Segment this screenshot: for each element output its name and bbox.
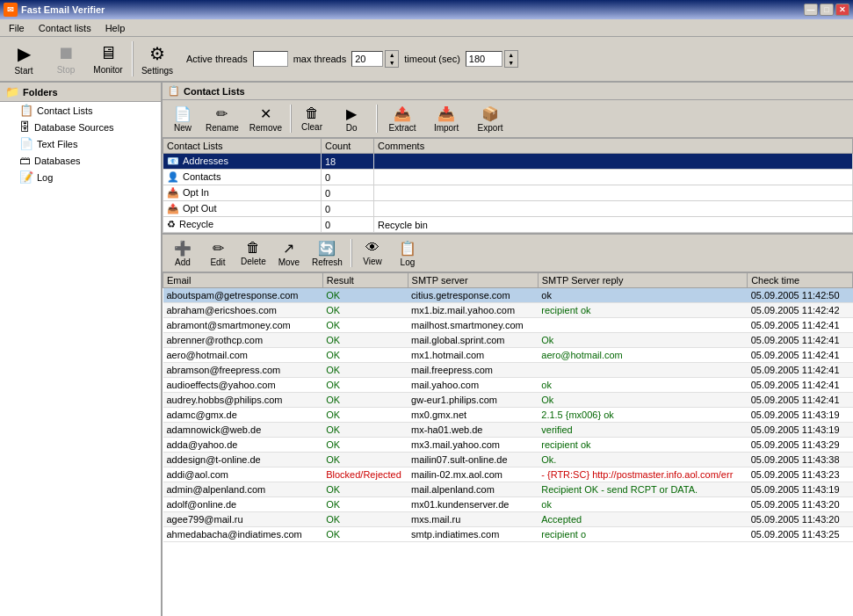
reply-cell: recipient ok: [538, 303, 747, 318]
time-cell: 05.09.2005 11:43:25: [748, 527, 853, 542]
contact-name-cell: 📤Opt Out: [163, 201, 322, 217]
stop-button[interactable]: ⏹ Stop: [46, 39, 86, 79]
contact-table-row[interactable]: ♻Recycle 0 Recycle bin: [163, 217, 853, 233]
folders-icon: 📁: [5, 85, 19, 98]
table-row[interactable]: abrenner@rothcp.com OK mail.global.sprin…: [163, 333, 853, 348]
reply-cell: Ok: [538, 393, 747, 408]
edit-button[interactable]: ✏ Edit: [201, 236, 235, 270]
smtp-cell: mail.freepress.com: [408, 363, 538, 378]
move-icon: ↗: [283, 240, 294, 257]
active-threads-input[interactable]: [253, 51, 288, 67]
max-threads-down[interactable]: ▼: [386, 59, 398, 67]
new-button[interactable]: 📄 New: [166, 102, 199, 135]
reply-cell: Recipient OK - send RCPT or DATA.: [538, 482, 747, 497]
email-cell: adolf@online.de: [163, 497, 323, 512]
title-bar: ✉ Fast Email Verifier — □ ✕: [0, 0, 853, 19]
table-row[interactable]: audrey.hobbs@philips.com OK gw-eur1.phil…: [163, 393, 853, 408]
menu-help[interactable]: Help: [98, 21, 133, 35]
delete-icon: 🗑: [246, 240, 260, 256]
view-label: View: [363, 257, 382, 266]
table-row[interactable]: admin@alpenland.com OK mail.alpenland.co…: [163, 482, 853, 497]
table-row[interactable]: ahmedabacha@indiatimes.com OK smtp.india…: [163, 527, 853, 542]
col-comments[interactable]: Comments: [374, 139, 853, 154]
max-threads-input[interactable]: [351, 51, 383, 67]
start-button[interactable]: ▶ Start: [4, 39, 44, 79]
import-icon: 📥: [437, 105, 455, 122]
contact-toolbar: 📄 New ✏ Rename ✕ Remove 🗑 Clear ▶: [163, 100, 853, 138]
add-button[interactable]: ➕ Add: [166, 236, 199, 270]
maximize-button[interactable]: □: [820, 4, 834, 16]
refresh-button[interactable]: 🔄 Refresh: [307, 236, 347, 270]
contact-name-cell: 👤Contacts: [163, 170, 322, 185]
extract-button[interactable]: 📤 Extract: [381, 102, 423, 135]
sidebar-item-log[interactable]: 📝 Log: [14, 169, 161, 185]
close-button[interactable]: ✕: [835, 4, 849, 16]
email-table-wrap[interactable]: Email Result SMTP server SMTP Server rep…: [163, 272, 853, 616]
export-button[interactable]: 📦 Export: [469, 102, 511, 135]
smtp-cell: mx01.kundenserver.de: [408, 497, 538, 512]
reply-cell: recipient o: [538, 527, 747, 542]
email-col-time[interactable]: Check time: [748, 273, 853, 288]
log-button[interactable]: 📋 Log: [391, 236, 424, 270]
sidebar-item-contact-lists[interactable]: 📋 Contact Lists: [14, 102, 161, 119]
table-row[interactable]: audioeffects@yahoo.com OK mail.yahoo.com…: [163, 378, 853, 393]
table-row[interactable]: aboutspam@getresponse.com OK citius.getr…: [163, 288, 853, 303]
contact-name-cell: 📧Addresses: [163, 154, 322, 170]
time-cell: 05.09.2005 11:42:41: [748, 393, 853, 408]
email-col-email[interactable]: Email: [163, 273, 323, 288]
timeout-up[interactable]: ▲: [505, 51, 517, 59]
smtp-cell: mailin-02.mx.aol.com: [408, 467, 538, 482]
minimize-button[interactable]: —: [804, 4, 818, 16]
stop-icon: ⏹: [57, 43, 75, 63]
table-row[interactable]: abraham@ericshoes.com OK mx1.biz.mail.ya…: [163, 303, 853, 318]
do-button[interactable]: ▶ Do: [330, 102, 372, 135]
contact-table-row[interactable]: 📧Addresses 18: [163, 154, 853, 170]
table-row[interactable]: abramson@freepress.com OK mail.freepress…: [163, 363, 853, 378]
table-row[interactable]: adamnowick@web.de OK mx-ha01.web.de veri…: [163, 423, 853, 438]
rename-label: Rename: [206, 123, 239, 133]
email-col-smtp[interactable]: SMTP server: [408, 273, 538, 288]
delete-label: Delete: [241, 257, 266, 266]
table-row[interactable]: addesign@t-online.de OK mailin07.sult-on…: [163, 453, 853, 467]
sidebar-item-text-files[interactable]: 📄 Text Files: [14, 135, 161, 152]
delete-button[interactable]: 🗑 Delete: [236, 236, 271, 270]
timeout-down[interactable]: ▼: [505, 59, 517, 67]
move-button[interactable]: ↗ Move: [272, 236, 306, 270]
contact-table-scroll[interactable]: Contact Lists Count Comments 📧Addresses …: [163, 138, 853, 233]
smtp-cell: citius.getresponse.com: [408, 288, 538, 303]
contact-table: Contact Lists Count Comments 📧Addresses …: [163, 138, 853, 233]
table-row[interactable]: adda@yahoo.de OK mx3.mail.yahoo.com reci…: [163, 438, 853, 453]
import-button[interactable]: 📥 Import: [425, 102, 467, 135]
col-count[interactable]: Count: [322, 139, 374, 154]
time-cell: 05.09.2005 11:43:38: [748, 453, 853, 467]
menu-file[interactable]: File: [2, 21, 32, 35]
table-row[interactable]: adolf@online.de OK mx01.kundenserver.de …: [163, 497, 853, 512]
email-col-result[interactable]: Result: [322, 273, 408, 288]
contact-table-row[interactable]: 👤Contacts 0: [163, 170, 853, 185]
clear-button[interactable]: 🗑 Clear: [295, 102, 329, 135]
start-icon: ▶: [18, 43, 31, 64]
right-panel: 📋 Contact Lists 📄 New ✏ Rename ✕ Remove: [163, 83, 853, 616]
settings-button[interactable]: ⚙ Settings: [137, 39, 177, 79]
monitor-button[interactable]: 🖥 Monitor: [88, 39, 128, 79]
col-contact-lists[interactable]: Contact Lists: [163, 139, 322, 154]
view-button[interactable]: 👁 View: [356, 236, 389, 270]
menu-contact-lists[interactable]: Contact lists: [32, 21, 98, 35]
rename-button[interactable]: ✏ Rename: [201, 102, 243, 135]
table-row[interactable]: agee799@mail.ru OK mxs.mail.ru Accepted …: [163, 512, 853, 527]
time-cell: 05.09.2005 11:42:50: [748, 288, 853, 303]
sidebar-item-database-sources[interactable]: 🗄 Database Sources: [14, 119, 161, 135]
sidebar-item-databases[interactable]: 🗃 Databases: [14, 152, 161, 169]
table-row[interactable]: abramont@smartmoney.com OK mailhost.smar…: [163, 318, 853, 333]
email-col-reply[interactable]: SMTP Server reply: [538, 273, 747, 288]
table-row[interactable]: aero@hotmail.com OK mx1.hotmail.com aero…: [163, 348, 853, 363]
contact-table-row[interactable]: 📥Opt In 0: [163, 185, 853, 201]
timeout-input[interactable]: [466, 51, 502, 67]
contact-table-row[interactable]: 📤Opt Out 0: [163, 201, 853, 217]
email-cell: aero@hotmail.com: [163, 348, 323, 363]
result-cell: OK: [322, 482, 408, 497]
remove-button[interactable]: ✕ Remove: [245, 102, 286, 135]
table-row[interactable]: addi@aol.com Blocked/Rejected mailin-02.…: [163, 467, 853, 482]
table-row[interactable]: adamc@gmx.de OK mx0.gmx.net 2.1.5 {mx006…: [163, 408, 853, 423]
max-threads-up[interactable]: ▲: [386, 51, 398, 59]
